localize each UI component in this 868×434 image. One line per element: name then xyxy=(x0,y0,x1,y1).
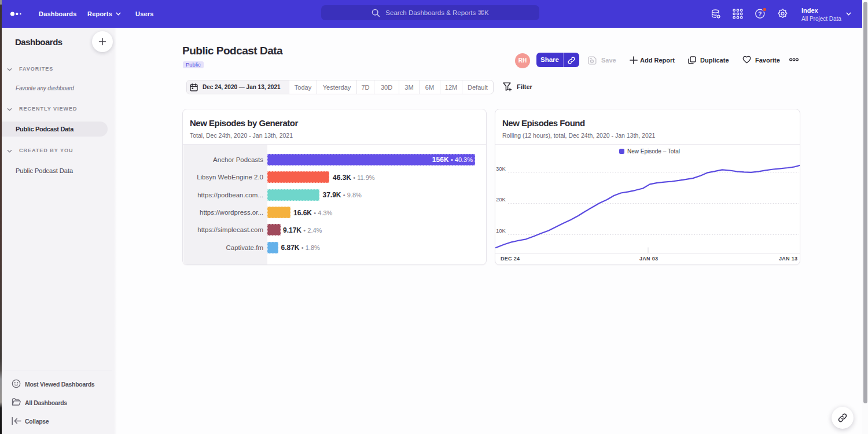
svg-text:?: ? xyxy=(758,10,762,17)
